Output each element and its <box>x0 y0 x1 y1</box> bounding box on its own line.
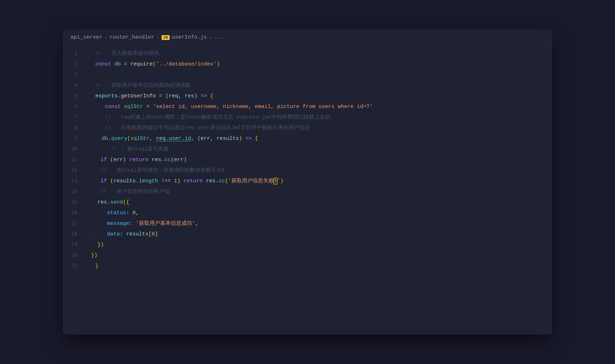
line-content-8: ·· // · 在有权限的接口中可以通过req.user来访问从JWT字符串中解… <box>85 124 552 133</box>
code-line-16: 16 ····· status: 0, <box>63 208 552 218</box>
code-line-15: 15 ··· res.send({ <box>63 197 552 208</box>
code-line-3: 3 <box>63 70 552 80</box>
line-content-13: ···· if (results.length !== 1) return re… <box>85 177 552 186</box>
code-line-9: 9 · db.query(sqlStr, req.user.id, (err, … <box>63 133 552 144</box>
line-num-9: 9 <box>63 134 85 143</box>
line-content-7: ·· // · req对象上的user属性，是Token解析成功之后 expre… <box>85 113 552 122</box>
line-content-10: ···· // · 执行sql语句失败 <box>85 145 552 154</box>
line-content-20: · }) <box>85 251 552 260</box>
breadcrumb-sep-3: › <box>209 35 212 40</box>
line-num-13: 13 <box>63 177 85 186</box>
line-content-4: // · 获取用户基本信息的路由处理函数 <box>85 81 552 90</box>
line-num-15: 15 <box>63 198 85 207</box>
line-content-9: · db.query(sqlStr, req.user.id, (err, re… <box>85 134 552 143</box>
breadcrumb-sep-1: › <box>105 35 107 40</box>
line-content-15: ··· res.send({ <box>85 198 552 207</box>
line-num-8: 8 <box>63 124 85 133</box>
line-content-14: ·····// · 用户信息响应给客户端 <box>85 187 552 197</box>
line-num-14: 14 <box>63 187 85 197</box>
line-num-16: 16 <box>63 209 85 218</box>
line-num-21: 21 <box>63 262 85 271</box>
line-num-6: 6 <box>63 102 85 112</box>
line-content-17: ····· message: '获取用户基本信息成功', <box>85 219 552 228</box>
code-line-13: 13 ···· if (results.length !== 1) return… <box>63 176 552 187</box>
line-num-5: 5 <box>63 92 85 101</box>
code-line-1: 1 // · 导入数据库操作模块 <box>63 49 552 59</box>
breadcrumb-ellipsis: ... <box>214 34 224 40</box>
code-line-17: 17 ····· message: '获取用户基本信息成功', <box>63 218 552 229</box>
code-line-2: 2 const db = require('../database/index'… <box>63 59 552 70</box>
line-content-6: ·· const sqlStr = 'select id, username, … <box>85 102 552 112</box>
line-num-7: 7 <box>63 113 85 122</box>
line-num-17: 17 <box>63 219 85 228</box>
breadcrumb-bar: api_server › router_handler › JS userInf… <box>63 30 552 45</box>
line-content-12: ·····// · 执行sql语句成功，但查询到的数据条数不为1 <box>85 166 552 175</box>
line-num-4: 4 <box>63 81 85 90</box>
line-content-11: ···· if (err) return res.cc(err) <box>85 155 552 165</box>
line-num-11: 11 <box>63 155 85 165</box>
code-line-10: 10 ···· // · 执行sql语句失败 <box>63 144 552 155</box>
code-line-8: 8 ·· // · 在有权限的接口中可以通过req.user来访问从JWT字符串… <box>63 123 552 133</box>
line-content-21: } <box>85 262 552 271</box>
code-line-20: 20 · }) <box>63 250 552 261</box>
breadcrumb-router-handler: router_handler <box>109 34 154 40</box>
code-line-7: 7 ·· // · req对象上的user属性，是Token解析成功之后 exp… <box>63 112 552 123</box>
line-num-1: 1 <box>63 49 85 58</box>
js-badge: JS <box>162 35 170 40</box>
line-content-1: // · 导入数据库操作模块 <box>85 49 552 58</box>
code-line-4: 4 // · 获取用户基本信息的路由处理函数 <box>63 80 552 91</box>
breadcrumb-sep-2: › <box>156 35 159 40</box>
line-num-3: 3 <box>63 70 85 80</box>
line-content-2: const db = require('../database/index') <box>85 60 552 69</box>
line-content-18: ····· data: results[0] <box>85 230 552 239</box>
code-line-14: 14 ·····// · 用户信息响应给客户端 <box>63 187 552 197</box>
line-num-12: 12 <box>63 166 85 175</box>
line-num-20: 20 <box>63 251 85 260</box>
code-area[interactable]: 1 // · 导入数据库操作模块 2 const db = require('.… <box>63 45 552 275</box>
line-content-5: exports.getUserInfo = (req, res) => { <box>85 92 552 101</box>
code-line-6: 6 ·· const sqlStr = 'select id, username… <box>63 102 552 112</box>
code-line-5: 5 exports.getUserInfo = (req, res) => { <box>63 91 552 102</box>
code-line-11: 11 ···· if (err) return res.cc(err) <box>63 155 552 165</box>
line-num-18: 18 <box>63 230 85 239</box>
code-line-18: 18 ····· data: results[0] <box>63 229 552 240</box>
code-line-12: 12 ·····// · 执行sql语句成功，但查询到的数据条数不为1 <box>63 165 552 176</box>
line-content-19: ··· }) <box>85 240 552 250</box>
line-num-2: 2 <box>63 60 85 69</box>
code-line-19: 19 ··· }) <box>63 240 552 250</box>
line-content-16: ····· status: 0, <box>85 209 552 218</box>
line-num-10: 10 <box>63 145 85 154</box>
breadcrumb-api-server: api_server <box>70 34 102 40</box>
line-num-19: 19 <box>63 240 85 250</box>
breadcrumb-filename: userInfo.js <box>172 34 207 40</box>
editor-window: api_server › router_handler › JS userInf… <box>63 30 552 334</box>
code-line-21: 21 } <box>63 261 552 272</box>
